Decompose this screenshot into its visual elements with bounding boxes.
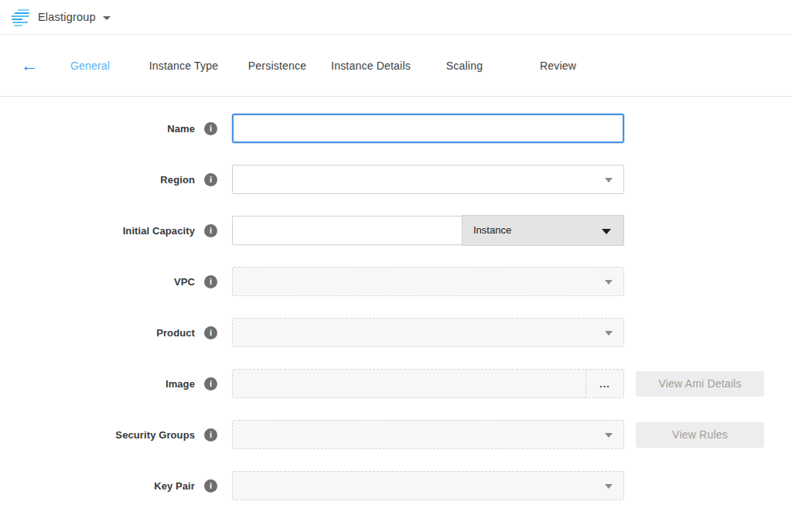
image-input-disabled: ...	[232, 369, 624, 398]
tab-review[interactable]: Review	[511, 60, 605, 72]
app-switcher[interactable]: Elastigroup	[11, 9, 111, 26]
form-row-security-groups: Security Groups i View Rules	[0, 420, 792, 449]
chevron-down-icon	[605, 178, 613, 182]
initial-capacity-input[interactable]	[232, 216, 462, 245]
chevron-down-icon	[605, 331, 613, 336]
image-browse-button[interactable]: ...	[585, 370, 623, 397]
product-label: Product	[156, 327, 195, 339]
capacity-unit-value: Instance	[473, 224, 511, 236]
image-info-icon[interactable]: i	[204, 377, 217, 390]
form-row-image: Image i ... View Ami Details	[0, 369, 792, 398]
top-app-bar: Elastigroup	[0, 0, 792, 35]
chevron-down-icon	[605, 433, 613, 438]
image-label: Image	[166, 378, 195, 390]
product-select-disabled	[232, 318, 624, 347]
capacity-unit-select[interactable]: Instance	[462, 215, 624, 246]
key-pair-info-icon[interactable]: i	[204, 479, 217, 493]
tab-instance-type[interactable]: Instance Type	[137, 60, 230, 72]
wizard-tabs: General Instance Type Persistence Instan…	[43, 60, 605, 72]
product-info-icon[interactable]: i	[204, 326, 217, 339]
form-row-key-pair: Key Pair i	[0, 471, 792, 500]
view-ami-details-button[interactable]: View Ami Details	[636, 371, 764, 397]
initial-capacity-label: Initial Capacity	[123, 225, 195, 237]
app-title: Elastigroup	[38, 11, 96, 23]
tab-instance-details[interactable]: Instance Details	[324, 60, 418, 72]
region-info-icon[interactable]: i	[204, 173, 217, 186]
view-rules-button[interactable]: View Rules	[636, 422, 764, 448]
vpc-label: VPC	[174, 276, 195, 288]
tab-persistence[interactable]: Persistence	[230, 60, 324, 72]
key-pair-select-disabled	[232, 471, 624, 500]
chevron-down-icon	[605, 280, 613, 285]
tab-general[interactable]: General	[43, 60, 137, 72]
name-info-icon[interactable]: i	[204, 122, 217, 135]
elastigroup-logo-icon	[9, 9, 32, 26]
name-label: Name	[167, 123, 195, 135]
back-arrow-icon[interactable]: ←	[15, 56, 43, 76]
initial-capacity-info-icon[interactable]: i	[204, 224, 217, 237]
form-row-product: Product i	[0, 318, 792, 347]
vpc-select-disabled	[232, 267, 624, 296]
form-row-region: Region i	[0, 165, 792, 194]
security-groups-select-disabled	[232, 420, 624, 449]
general-settings-form: Name i Region i Initial Capacity i Insta…	[0, 97, 792, 500]
tab-scaling[interactable]: Scaling	[418, 60, 511, 72]
chevron-down-icon	[605, 484, 613, 489]
chevron-down-icon	[103, 16, 111, 20]
chevron-down-icon	[602, 229, 611, 234]
region-select[interactable]	[232, 165, 624, 194]
vpc-info-icon[interactable]: i	[204, 275, 217, 288]
region-label: Region	[160, 174, 195, 186]
form-row-name: Name i	[0, 114, 792, 143]
key-pair-label: Key Pair	[154, 480, 195, 492]
form-row-initial-capacity: Initial Capacity i Instance	[0, 216, 792, 245]
wizard-navbar: ← General Instance Type Persistence Inst…	[0, 35, 792, 97]
security-groups-label: Security Groups	[115, 429, 195, 441]
name-input[interactable]	[232, 114, 624, 143]
form-row-vpc: VPC i	[0, 267, 792, 296]
security-groups-info-icon[interactable]: i	[204, 428, 217, 442]
